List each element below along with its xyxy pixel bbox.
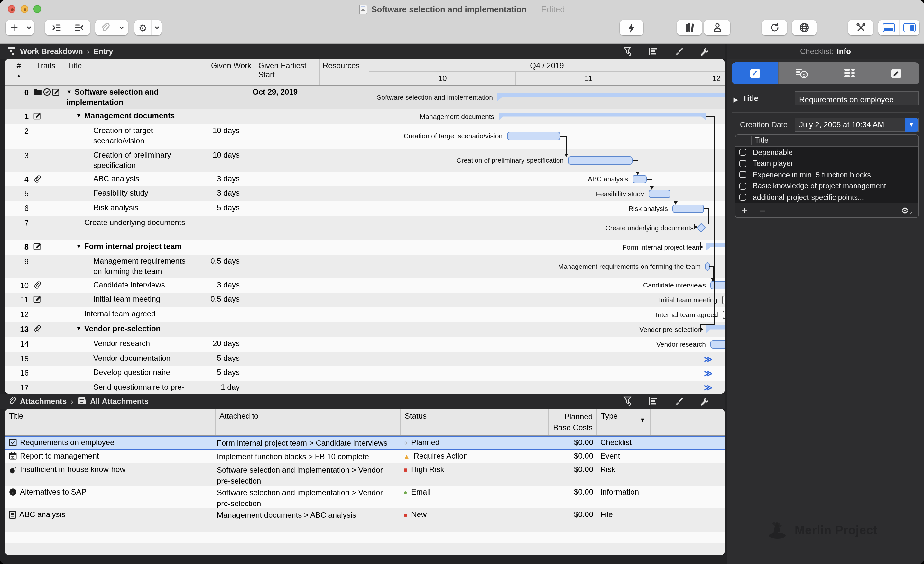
clip-icon[interactable] bbox=[33, 175, 40, 186]
inspector-edit-tab[interactable] bbox=[873, 62, 920, 84]
right-panel-toggle[interactable] bbox=[899, 20, 920, 35]
edit-icon[interactable] bbox=[33, 112, 41, 124]
gantt-task-bar[interactable] bbox=[507, 132, 561, 140]
gantt-summary-bar[interactable] bbox=[499, 112, 706, 120]
row-title[interactable]: Send questionnaire to pre- bbox=[64, 380, 196, 393]
col-header-number[interactable]: # ▲ bbox=[5, 59, 33, 85]
attachment-row[interactable]: iAlternatives to SAPSoftware selection a… bbox=[5, 485, 724, 508]
folder-icon[interactable] bbox=[33, 88, 42, 109]
collapse-icon[interactable]: ▼ bbox=[76, 243, 82, 250]
plus-button[interactable] bbox=[6, 20, 22, 35]
outline-icon[interactable] bbox=[649, 397, 658, 406]
edit-icon[interactable] bbox=[33, 295, 41, 307]
breadcrumb-mode[interactable]: Entry bbox=[93, 47, 113, 56]
checkbox[interactable] bbox=[740, 194, 746, 201]
checklist-item[interactable]: Experience in min. 5 function blocks bbox=[735, 169, 918, 180]
paperclip-button[interactable] bbox=[95, 20, 114, 35]
gantt-offscreen-indicator[interactable]: ≫ bbox=[704, 355, 712, 363]
table-row-12[interactable]: 12Internal team agreed bbox=[5, 307, 369, 322]
table-row-5[interactable]: 5Feasibility study3 days bbox=[5, 186, 369, 201]
checkbox[interactable] bbox=[740, 160, 746, 167]
outline-icon[interactable] bbox=[649, 47, 658, 56]
style-icon[interactable] bbox=[674, 396, 683, 406]
edit-icon[interactable] bbox=[52, 88, 60, 109]
col-header-type[interactable]: Type ▼ bbox=[597, 409, 651, 435]
table-row-2[interactable]: 2Creation of target scenario/vision10 da… bbox=[5, 124, 369, 148]
timeline-month-10[interactable]: 10 bbox=[369, 72, 516, 85]
library-button[interactable] bbox=[677, 20, 702, 35]
table-row-10[interactable]: 10Candidate interviews3 days bbox=[5, 278, 369, 292]
date-dropdown-button[interactable]: ▼ bbox=[905, 118, 918, 132]
table-row-4[interactable]: 4ABC analysis3 days bbox=[5, 172, 369, 186]
row-title[interactable]: Candidate interviews bbox=[64, 278, 196, 292]
row-title[interactable]: ▼Vendor pre-selection bbox=[64, 322, 196, 337]
row-title[interactable]: ▼Management documents bbox=[64, 109, 196, 124]
bottom-panel-toggle[interactable] bbox=[878, 20, 899, 35]
checkbox[interactable] bbox=[740, 149, 746, 156]
gantt-task-bar[interactable] bbox=[710, 281, 724, 289]
toolbar-group-indent[interactable] bbox=[45, 20, 90, 35]
table-row-6[interactable]: 6Risk analysis5 days bbox=[5, 201, 369, 216]
title-disclosure[interactable]: ▶ bbox=[734, 94, 738, 103]
table-row-13[interactable]: 13▼Vendor pre-selection bbox=[5, 322, 369, 337]
col-header-planned-base-costs[interactable]: Planned Base Costs bbox=[549, 409, 597, 435]
attachment-row[interactable]: Requirements on employeeForm internal pr… bbox=[5, 436, 724, 449]
inspector-groups-tab[interactable] bbox=[825, 62, 873, 84]
table-row-8[interactable]: 8▼Form internal project team bbox=[5, 239, 369, 254]
table-row-1[interactable]: 1▼Management documents bbox=[5, 109, 369, 124]
table-row-14[interactable]: 14Vendor research20 days bbox=[5, 337, 369, 352]
row-title[interactable]: Vendor documentation bbox=[64, 352, 196, 366]
table-row-0[interactable]: 0▼Software selection and implementationO… bbox=[5, 85, 369, 109]
table-row-15[interactable]: 15Vendor documentation5 days bbox=[5, 352, 369, 366]
checklist-item[interactable]: Basic knowledge of project management bbox=[735, 180, 918, 191]
gantt-bar-partial[interactable] bbox=[723, 310, 724, 319]
row-title[interactable]: Internal team agreed bbox=[64, 307, 196, 322]
col-header-att-title[interactable]: Title bbox=[5, 409, 216, 435]
col-header-given-work[interactable]: Given Work bbox=[201, 59, 255, 85]
clock-icon[interactable] bbox=[43, 88, 51, 109]
gantt-task-bar[interactable] bbox=[649, 189, 670, 198]
row-title[interactable]: ▼Software selection and implementation bbox=[64, 85, 196, 109]
table-row-16[interactable]: 16Develop questionnaire5 days bbox=[5, 366, 369, 380]
collapse-icon[interactable]: ▼ bbox=[76, 325, 82, 333]
inspector-costs-tab[interactable]: $ bbox=[778, 62, 825, 84]
col-header-given-earliest-start[interactable]: Given Earliest Start bbox=[255, 59, 320, 85]
row-title[interactable]: Feasibility study bbox=[64, 186, 196, 201]
row-title[interactable]: Develop questionnaire bbox=[64, 366, 196, 380]
add-item-button[interactable]: ＋ bbox=[735, 204, 753, 216]
inspector-checklist-tab[interactable]: ✓ bbox=[732, 62, 778, 84]
gantt-summary-bar[interactable] bbox=[497, 93, 724, 101]
collapse-icon[interactable]: ▼ bbox=[66, 89, 72, 96]
table-row-7[interactable]: 7Create underlying documents bbox=[5, 216, 369, 239]
col-header-resources[interactable]: Resources bbox=[320, 59, 369, 85]
row-title[interactable]: Management requirements on forming the t… bbox=[64, 254, 196, 278]
gantt-offscreen-indicator[interactable]: ≫ bbox=[704, 369, 712, 377]
table-row-9[interactable]: 9Management requirements on forming the … bbox=[5, 254, 369, 278]
checklist-item[interactable]: Dependable bbox=[735, 147, 918, 158]
checkbox[interactable] bbox=[740, 171, 746, 178]
toolbar-group-plus[interactable] bbox=[6, 20, 34, 35]
network-button[interactable] bbox=[792, 20, 816, 35]
row-title[interactable]: ABC analysis bbox=[64, 172, 196, 186]
row-title[interactable]: Creation of target scenario/vision bbox=[64, 124, 196, 148]
table-row-3[interactable]: 3Creation of preliminary specification10… bbox=[5, 148, 369, 172]
checklist-item[interactable]: Team player bbox=[735, 158, 918, 169]
gantt-bar-partial[interactable] bbox=[722, 296, 724, 304]
row-title[interactable]: Vendor research bbox=[64, 337, 196, 352]
row-title[interactable]: Create underlying documents bbox=[64, 216, 196, 239]
toolbar-group-gear[interactable]: ⚙ bbox=[135, 20, 162, 35]
chevron-down-button[interactable] bbox=[22, 20, 34, 35]
row-title[interactable]: ▼Form internal project team bbox=[64, 239, 196, 254]
checklist-column-header[interactable]: Title bbox=[735, 135, 918, 147]
toolbar-group-paperclip[interactable] bbox=[95, 20, 128, 35]
breadcrumb-view[interactable]: Work Breakdown bbox=[20, 47, 83, 56]
gantt-task-bar[interactable] bbox=[672, 204, 704, 212]
settings-icon[interactable] bbox=[700, 396, 709, 406]
row-title[interactable]: Risk analysis bbox=[64, 201, 196, 216]
settings-icon[interactable] bbox=[700, 46, 709, 56]
gantt-summary-bar[interactable] bbox=[706, 243, 724, 251]
tools-button[interactable] bbox=[848, 20, 873, 35]
chevron-down-button[interactable] bbox=[114, 20, 128, 35]
gantt-summary-bar[interactable] bbox=[706, 325, 724, 333]
outdent-button[interactable] bbox=[68, 20, 90, 35]
